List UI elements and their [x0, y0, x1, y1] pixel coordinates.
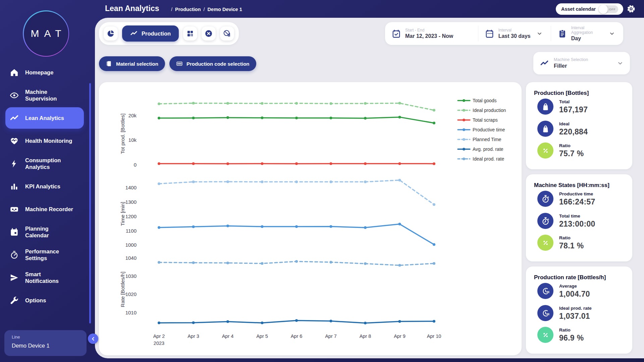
sidebar-item-label: Machine Recorder [25, 206, 73, 213]
percent-badge [537, 235, 553, 251]
stat-row-productive-time: Productive time166:24:57 [537, 191, 595, 207]
sidebar-item-machine-recorder[interactable]: Machine Recorder [5, 198, 84, 220]
scraps-view-button[interactable] [202, 26, 216, 41]
sidebar-item-health-monitoring[interactable]: Health Monitoring [5, 130, 84, 152]
percent-icon [541, 146, 550, 155]
toggle-knob [599, 5, 608, 14]
barcode-icon [176, 60, 183, 67]
bag-badge [537, 121, 553, 137]
send-icon [10, 273, 19, 282]
sidebar-item-machine-supervision[interactable]: MachineSupervision [5, 84, 84, 106]
stat-row-total-time: Total time213:00:00 [537, 213, 595, 229]
data-point [433, 122, 435, 124]
data-point [226, 162, 229, 165]
start-end-label: Start - End [405, 28, 471, 33]
data-point [192, 181, 195, 183]
data-point [433, 203, 435, 206]
sidebar-item-homepage[interactable]: Homepage [5, 62, 84, 83]
interval-value: Last 30 days [498, 33, 531, 39]
calendar-check-icon [392, 29, 401, 38]
chevron-down-icon[interactable] [616, 60, 625, 66]
x-tick-label: Apr 2 [153, 334, 165, 339]
sidebar-item-smart-notifications[interactable]: SmartNotifications [5, 267, 84, 288]
sidebar-item-consumption-analytics[interactable]: ConsumptionAnalytics [5, 153, 84, 174]
data-point [295, 162, 298, 165]
production-charts: 010k20kTot prod. [Bottles]10001100120013… [99, 82, 522, 355]
sidebar: MAT HomepageMachineSupervisionLean Analy… [0, 0, 95, 362]
series-line-planned-time [159, 180, 434, 204]
interval-field[interactable]: Interval Last 30 days [478, 26, 551, 41]
legend-item-ideal-production[interactable]: Ideal production [458, 108, 506, 113]
legend-item-total-scraps[interactable]: Total scraps [458, 117, 498, 123]
legend-item-avg-prod-rate[interactable]: Avg. prod. rate [458, 146, 503, 152]
legend-item-planned-time[interactable]: Planned Time [458, 137, 501, 142]
stat-card-production: Production [Bottles]Total167,197Ideal220… [526, 82, 632, 169]
data-point [158, 321, 160, 324]
line-selector-card[interactable]: Line Demo Device 1 [4, 330, 87, 356]
line-value: Demo Device 1 [12, 343, 87, 349]
y-tick-label: 20k [128, 113, 137, 118]
material-selection-button[interactable]: Material selection [99, 56, 165, 71]
stats-column: Production [Bottles]Total167,197Ideal220… [526, 82, 632, 359]
sidebar-scrollbar[interactable] [89, 83, 91, 323]
chevron-down-icon[interactable] [535, 31, 544, 37]
trend-line-icon [130, 30, 138, 37]
data-point [158, 261, 160, 264]
data-point [158, 103, 160, 105]
sidebar-item-lean-analytics[interactable]: Lean Analytics [5, 107, 84, 129]
stat-card-production-rate: Production rate [Bottles/h]Average1,004.… [526, 266, 632, 354]
legend-item-total-goods[interactable]: Total goods [458, 98, 497, 103]
content-panel: Production Start - End Mar 12, 2023 - No… [95, 18, 644, 358]
sidebar-item-label: PlanningCalendar [25, 225, 49, 239]
downtime-view-button[interactable] [220, 26, 234, 41]
machine-selection-dropdown[interactable]: Machine Selection Filler [533, 52, 630, 74]
sidebar-item-label: PerformanceSettings [25, 248, 59, 261]
aggregation-field[interactable]: Interval Aggregation Day [551, 26, 623, 41]
stat-value: 1,037.01 [559, 312, 592, 321]
breadcrumb-device[interactable]: Demo Device 1 [208, 7, 242, 12]
production-tab-button[interactable]: Production [122, 25, 179, 42]
stat-label: Ratio [559, 327, 584, 333]
pie-view-button[interactable] [104, 26, 118, 41]
sidebar-item-planning-calendar[interactable]: PlanningCalendar [5, 221, 84, 243]
x-tick-label: Apr 10 [427, 334, 441, 339]
legend-item-productive-time[interactable]: Productive time [458, 127, 505, 132]
line-label: Line [12, 335, 87, 340]
data-point [364, 322, 367, 324]
sidebar-collapse-button[interactable] [88, 334, 98, 344]
breadcrumb-production[interactable]: Production [175, 7, 201, 12]
data-point [295, 117, 298, 119]
y-tick-label: 1020 [125, 291, 137, 297]
clipboard-icon [558, 29, 567, 38]
calendar-dots-icon [485, 29, 494, 38]
y-axis-label: Time [min] [120, 202, 125, 226]
start-end-field[interactable]: Start - End Mar 12, 2023 - Now [385, 26, 478, 41]
x-tick-label: Apr 3 [187, 334, 199, 339]
production-tab-label: Production [142, 31, 171, 37]
x-tick-label: Apr 5 [256, 334, 268, 339]
x-circle-icon [205, 29, 213, 38]
data-point [398, 116, 401, 118]
legend-item-ideal-prod-rate[interactable]: Ideal prod. rate [458, 156, 504, 162]
interval-label: Interval [498, 28, 531, 33]
data-point [261, 162, 264, 165]
stat-value: 166:24:57 [559, 197, 595, 206]
rate-icon [541, 309, 550, 318]
production-code-selection-button[interactable]: Production code selection [169, 56, 256, 71]
sidebar-item-kpi-analytics[interactable]: KPI Analytics [5, 176, 84, 197]
y-tick-label: 1040 [125, 255, 137, 261]
sidebar-item-performance-settings[interactable]: PerformanceSettings [5, 244, 84, 265]
stat-label: Average [559, 284, 590, 289]
production-code-view-button[interactable] [183, 26, 197, 41]
stat-label: Total [559, 99, 588, 104]
kpi-icon [10, 182, 19, 191]
data-point [433, 262, 435, 265]
sidebar-item-options[interactable]: Options [5, 290, 84, 311]
gear-icon[interactable] [627, 4, 636, 13]
sidebar-item-label: Lean Analytics [25, 115, 64, 121]
stat-value: 167,197 [559, 105, 588, 114]
eye-icon [10, 91, 19, 100]
stat-card-machine-states: Machine States [HH:mm:ss]Productive time… [526, 174, 632, 261]
chevron-down-icon[interactable] [607, 31, 616, 37]
asset-calendar-toggle[interactable]: OFF [599, 5, 618, 13]
